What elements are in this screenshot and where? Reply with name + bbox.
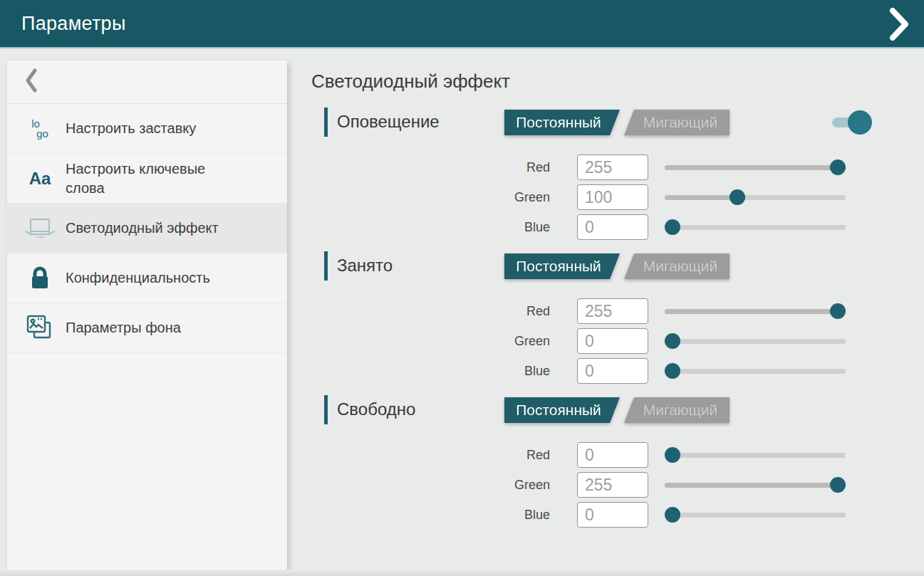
slider-free-blue[interactable] bbox=[665, 502, 846, 528]
mode-blinking-button[interactable]: Мигающий bbox=[624, 253, 730, 279]
led-section-free: Свободно Постоянный Мигающий Red Green B… bbox=[311, 394, 924, 533]
slider-thumb[interactable] bbox=[665, 447, 680, 463]
rgb-row-free-red: Red bbox=[311, 442, 924, 468]
mode-solid-button[interactable]: Постоянный bbox=[504, 110, 620, 135]
bottom-shade bbox=[0, 570, 924, 576]
section-title: Занято bbox=[337, 256, 393, 276]
sidebar-item-label: Светодиодный эффект bbox=[66, 219, 219, 238]
slider-free-green[interactable] bbox=[665, 472, 846, 498]
slider-thumb[interactable] bbox=[830, 303, 846, 319]
sidebar-item-label: Настроить ключевые слова bbox=[66, 159, 237, 198]
sidebar-item-label: Параметры фона bbox=[66, 318, 181, 337]
section-title: Оповещение bbox=[337, 112, 440, 132]
sidebar-item-label: Настроить заставку bbox=[66, 119, 196, 138]
slider-track[interactable] bbox=[665, 453, 846, 458]
slider-thumb[interactable] bbox=[665, 219, 680, 235]
input-alert-blue[interactable] bbox=[577, 214, 648, 240]
slider-alert-blue[interactable] bbox=[665, 214, 846, 240]
enable-switch-alert[interactable] bbox=[832, 110, 872, 135]
slider-track[interactable] bbox=[665, 513, 846, 518]
mode-solid-button[interactable]: Постоянный bbox=[504, 253, 620, 279]
channel-label: Green bbox=[311, 190, 563, 205]
section-accent-bar bbox=[324, 251, 328, 281]
rgb-row-free-blue: Blue bbox=[311, 502, 924, 528]
slider-busy-green[interactable] bbox=[665, 328, 846, 354]
slider-busy-red[interactable] bbox=[665, 298, 846, 324]
rgb-row-alert-red: Red bbox=[311, 155, 924, 180]
sidebar-menu: logo Настроить заставку Aa Настроить клю… bbox=[7, 104, 287, 353]
slider-alert-red[interactable] bbox=[665, 155, 846, 180]
mode-solid-button[interactable]: Постоянный bbox=[504, 397, 620, 423]
sidebar: logo Настроить заставку Aa Настроить клю… bbox=[7, 61, 287, 570]
rgb-row-busy-blue: Blue bbox=[311, 358, 924, 384]
mode-toggle: Постоянный Мигающий bbox=[504, 253, 730, 279]
input-busy-red[interactable] bbox=[577, 298, 648, 324]
slider-thumb[interactable] bbox=[730, 189, 745, 205]
rgb-row-busy-red: Red bbox=[311, 298, 924, 324]
input-alert-green[interactable] bbox=[577, 184, 648, 210]
channel-label: Red bbox=[311, 304, 563, 319]
slider-busy-blue[interactable] bbox=[665, 358, 846, 384]
channel-label: Red bbox=[311, 160, 563, 175]
keywords-icon: Aa bbox=[23, 169, 57, 189]
mode-toggle: Постоянный Мигающий bbox=[504, 110, 730, 135]
slider-alert-green[interactable] bbox=[665, 184, 846, 210]
input-busy-green[interactable] bbox=[577, 328, 648, 354]
channel-label: Blue bbox=[311, 364, 563, 379]
lock-icon bbox=[23, 265, 57, 292]
slider-thumb[interactable] bbox=[665, 363, 680, 379]
section-accent-bar bbox=[324, 395, 328, 424]
rgb-row-busy-green: Green bbox=[311, 328, 924, 354]
rgb-row-alert-blue: Blue bbox=[311, 214, 924, 240]
rgb-row-alert-green: Green bbox=[311, 184, 924, 210]
slider-thumb[interactable] bbox=[665, 333, 680, 349]
led-section-alert: Оповещение Постоянный Мигающий Red Green… bbox=[311, 107, 924, 246]
slider-free-red[interactable] bbox=[665, 442, 846, 468]
input-busy-blue[interactable] bbox=[577, 358, 648, 384]
chevron-right-icon[interactable] bbox=[888, 6, 910, 42]
section-accent-bar bbox=[324, 108, 328, 137]
mode-blinking-button[interactable]: Мигающий bbox=[624, 110, 730, 135]
slider-thumb[interactable] bbox=[830, 477, 846, 493]
sidebar-item-privacy[interactable]: Конфиденциальность bbox=[7, 253, 287, 303]
chevron-left-icon bbox=[25, 68, 38, 96]
section-title: Свободно bbox=[337, 399, 415, 419]
sidebar-item-background[interactable]: Параметры фона bbox=[7, 303, 287, 353]
sidebar-item-keywords[interactable]: Aa Настроить ключевые слова bbox=[7, 154, 287, 204]
slider-track[interactable] bbox=[665, 339, 846, 344]
switch-thumb bbox=[848, 110, 872, 135]
mode-blinking-button[interactable]: Мигающий bbox=[624, 397, 730, 423]
sidebar-item-splash[interactable]: logo Настроить заставку bbox=[7, 104, 287, 154]
channel-label: Green bbox=[311, 334, 563, 349]
slider-thumb[interactable] bbox=[665, 507, 680, 523]
main-panel: Светодиодный эффект Оповещение Постоянны… bbox=[311, 61, 924, 576]
channel-label: Green bbox=[311, 478, 563, 493]
app-header: Параметры bbox=[0, 0, 924, 48]
input-free-red[interactable] bbox=[577, 442, 648, 468]
slider-fill bbox=[665, 165, 838, 170]
rgb-row-free-green: Green bbox=[311, 472, 924, 498]
input-free-green[interactable] bbox=[577, 472, 648, 498]
channel-label: Blue bbox=[311, 220, 563, 235]
content-title: Светодиодный эффект bbox=[311, 70, 510, 93]
slider-fill bbox=[665, 483, 838, 488]
led-screen-icon bbox=[23, 215, 57, 242]
background-icon bbox=[23, 313, 57, 343]
sidebar-item-label: Конфиденциальность bbox=[66, 268, 210, 288]
channel-label: Red bbox=[311, 448, 563, 463]
slider-thumb[interactable] bbox=[830, 159, 846, 175]
channel-label: Blue bbox=[311, 508, 563, 523]
page-title: Параметры bbox=[21, 13, 126, 35]
mode-toggle: Постоянный Мигающий bbox=[504, 397, 730, 423]
slider-track[interactable] bbox=[665, 369, 846, 374]
sidebar-back-button[interactable] bbox=[7, 61, 287, 104]
slider-track[interactable] bbox=[665, 225, 846, 230]
input-alert-red[interactable] bbox=[577, 155, 648, 180]
input-free-blue[interactable] bbox=[577, 502, 648, 528]
logo-icon: logo bbox=[23, 119, 57, 139]
slider-fill bbox=[665, 309, 838, 314]
led-section-busy: Занято Постоянный Мигающий Red Green Blu… bbox=[311, 251, 924, 389]
sidebar-item-led-effect[interactable]: Светодиодный эффект bbox=[7, 204, 287, 253]
slider-fill bbox=[665, 195, 737, 200]
